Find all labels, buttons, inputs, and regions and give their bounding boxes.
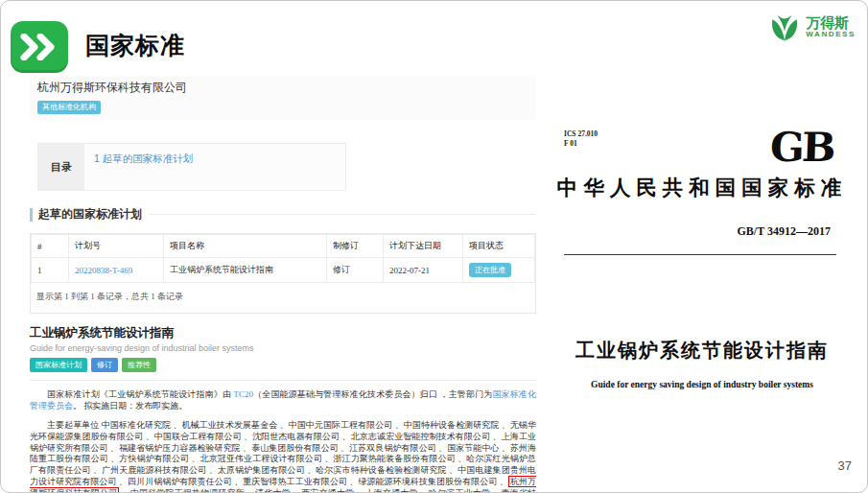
cell-index: 1	[32, 258, 69, 283]
col-plan-no: 计划号	[69, 235, 164, 258]
standard-tags: 国家标准计划 修订 推荐性	[30, 358, 536, 372]
col-status: 项目状态	[463, 235, 535, 258]
cell-project-name: 工业锅炉系统节能设计指南	[164, 258, 327, 283]
col-index: #	[32, 235, 69, 258]
gb-standard-cover: ICS 27.010 F 01 GB 中华人民共和国国家标准 GB/T 3491…	[543, 114, 861, 436]
p1-text: 国家标准计划《工业锅炉系统节能设计指南》由	[47, 389, 233, 399]
col-project-name: 项目名称	[164, 235, 327, 258]
ics-line2: F 01	[564, 139, 598, 149]
gb-logo: GB	[769, 129, 833, 166]
tc20-link[interactable]: TC20	[233, 389, 253, 399]
cover-rule-line	[564, 254, 836, 255]
ics-line1: ICS 27.010	[564, 129, 598, 139]
section-header: 起草的国家标准计划	[30, 206, 536, 223]
p2-text: 主要起草单位 中国标准化研究院 、机械工业技术发展基金会 、中国中元国际工程有限…	[30, 420, 536, 486]
toc-body: 1 起草的国家标准计划	[84, 144, 345, 190]
ics-code: ICS 27.010 F 01	[564, 129, 598, 149]
plans-table: # 计划号 项目名称 制修订 计划下达日期 项目状态 1 20220838-T-…	[31, 234, 535, 283]
standard-title: 工业锅炉系统节能设计指南	[30, 325, 536, 341]
col-revision: 制修订	[327, 235, 384, 258]
plan-no-link[interactable]: 20220838-T-469	[75, 266, 132, 275]
cell-revision: 修订	[327, 258, 384, 283]
cell-issue-date: 2022-07-21	[384, 258, 463, 283]
cover-standard-name-en: Guide for energy saving design of indust…	[543, 380, 861, 389]
leaf-icon	[768, 11, 801, 43]
toc-label: 目录	[38, 144, 84, 190]
section-divider	[150, 214, 536, 215]
status-badge: 正在批准	[469, 263, 511, 277]
p1-text2: （全国能源基础与管理标准化技术委员会）归口 ，主管部门为	[253, 389, 492, 399]
paragraph-plan-info: 国家标准计划《工业锅炉系统节能设计指南》由 TC20（全国能源基础与管理标准化技…	[30, 389, 536, 412]
webpage-capture: 杭州万得斯环保科技有限公司 其他标准化机构 目录 1 起草的国家标准计划 起草的…	[30, 76, 536, 493]
standard-code: GB/T 34912—2017	[543, 224, 861, 239]
standard-paragraphs: 国家标准计划《工业锅炉系统节能设计指南》由 TC20（全国能源基础与管理标准化技…	[30, 389, 536, 493]
brand-name-cn: 万得斯	[806, 15, 856, 31]
toc-link[interactable]: 1 起草的国家标准计划	[94, 153, 193, 164]
toc-box: 目录 1 起草的国家标准计划	[37, 143, 346, 191]
plans-table-container: # 计划号 项目名称 制修订 计划下达日期 项目状态 1 20220838-T-…	[30, 233, 536, 314]
company-name: 杭州万得斯环保科技有限公司	[37, 80, 528, 96]
double-chevron-icon	[11, 21, 68, 73]
chevrons-svg	[20, 34, 59, 60]
slide-page-number: 37	[838, 458, 852, 473]
p1-text3: 。 拟实施日期：发布即实施。	[73, 401, 187, 411]
section-accent-bar	[30, 208, 33, 222]
tag-national-plan: 国家标准计划	[30, 358, 87, 372]
page-title: 国家标准	[85, 30, 185, 61]
table-row: 1 20220838-T-469 工业锅炉系统节能设计指南 修订 2022-07…	[32, 258, 535, 283]
cover-title: 中华人民共和国国家标准	[543, 174, 861, 201]
standard-subtitle-en: Guide for energy-saving design of indust…	[30, 343, 536, 353]
table-header-row: # 计划号 项目名称 制修订 计划下达日期 项目状态	[32, 235, 535, 258]
brand-name-en: WANDESS	[806, 31, 856, 38]
table-record-count: 显示第 1 到第 1 条记录，总共 1 条记录	[31, 283, 535, 313]
cover-standard-name: 工业锅炉系统节能设计指南	[543, 338, 861, 364]
col-issue-date: 计划下达日期	[384, 235, 463, 258]
tag-revision: 修订	[91, 358, 118, 372]
standard-info: 工业锅炉系统节能设计指南 Guide for energy-saving des…	[30, 325, 536, 381]
tag-recommended: 推荐性	[122, 358, 156, 372]
section-title: 起草的国家标准计划	[38, 206, 142, 223]
company-header: 杭州万得斯环保科技有限公司 其他标准化机构	[30, 76, 536, 120]
slide: 国家标准 万得斯 WANDESS 杭州万得斯环保科技有限公司 其他标准化机构 目…	[0, 0, 868, 493]
company-tag-badge: 其他标准化机构	[37, 101, 101, 114]
paragraph-drafting-units: 主要起草单位 中国标准化研究院 、机械工业技术发展基金会 、中国中元国际工程有限…	[30, 420, 536, 493]
standard-divider	[30, 380, 536, 381]
brand-logo: 万得斯 WANDESS	[768, 11, 856, 43]
